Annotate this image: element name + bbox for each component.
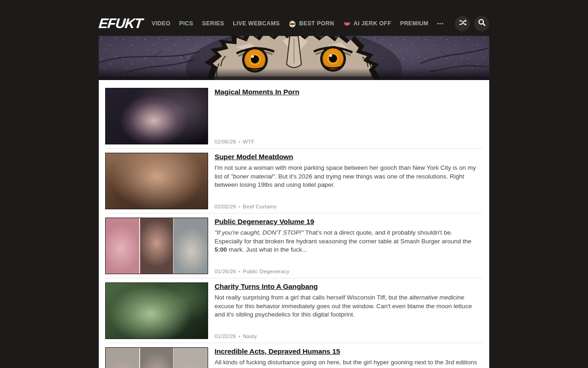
feed-item: Incredible Acts, Depraved Humans 15 All … [105, 347, 483, 368]
video-title-link[interactable]: Public Degeneracy Volume 19 [215, 218, 314, 226]
video-thumbnail[interactable] [105, 153, 208, 209]
page-shell: EFUKT VIDEO PICS SERIES LIVE WEBCAMS BES… [99, 0, 489, 368]
video-title-link[interactable]: Magical Moments In Porn [215, 88, 300, 96]
video-category[interactable]: Beef Curtains [243, 204, 277, 209]
video-title-link[interactable]: Super Model Meatdown [215, 153, 293, 161]
meta-separator: • [238, 204, 240, 209]
video-description: "If you're caught, DON'T STOP!" That's n… [215, 229, 479, 254]
nav-item-best-porn[interactable]: BEST PORN [288, 20, 334, 28]
site-logo[interactable]: EFUKT [98, 17, 143, 30]
video-thumbnail[interactable] [105, 218, 208, 274]
video-meta: 02/02/26•Beef Curtains [215, 204, 277, 209]
feed-item: Super Model Meatdown I'm not sure a woma… [105, 153, 483, 213]
video-date: 02/02/26 [215, 204, 236, 209]
feed-item: Public Degeneracy Volume 19 "If you're c… [105, 218, 483, 278]
feed-item: Magical Moments In Porn 02/06/26•WTF [105, 88, 483, 149]
video-feed: Magical Moments In Porn 02/06/26•WTF Sup… [99, 80, 489, 368]
nav-item-live-webcams[interactable]: LIVE WEBCAMS [233, 20, 280, 27]
video-description: All kinds of fucking disturbance going o… [215, 358, 479, 368]
search-button[interactable] [474, 16, 489, 31]
top-navigation-bar: EFUKT VIDEO PICS SERIES LIVE WEBCAMS BES… [99, 0, 489, 35]
promo-banner[interactable] [99, 36, 489, 80]
search-icon [478, 18, 486, 29]
owl-illustration [99, 36, 489, 80]
nav-item-video[interactable]: VIDEO [152, 20, 170, 27]
meta-separator: • [238, 334, 240, 339]
video-date: 01/22/26 [215, 334, 236, 339]
main-nav: VIDEO PICS SERIES LIVE WEBCAMS BEST PORN [152, 20, 444, 28]
video-title-link[interactable]: Incredible Acts, Depraved Humans 15 [215, 347, 340, 356]
video-thumbnail[interactable] [105, 282, 208, 339]
shuffle-button[interactable] [455, 16, 470, 31]
video-meta: 01/26/26•Public Degeneracy [215, 269, 289, 274]
video-title-link[interactable]: Charity Turns Into A Gangbang [215, 282, 318, 291]
video-category[interactable]: WTF [243, 139, 255, 144]
nav-item-more[interactable]: ••• [437, 21, 444, 26]
video-meta: 02/06/26•WTF [215, 139, 254, 144]
nav-item-premium[interactable]: PREMIUM [400, 20, 429, 27]
video-meta: 01/22/26•Nasty [215, 334, 257, 339]
header-actions [455, 16, 489, 31]
video-description: I'm not sure a woman with more parking s… [215, 164, 479, 190]
nav-item-ai-jerk-off[interactable]: AI JERK OFF [343, 20, 391, 28]
video-date: 01/26/26 [215, 269, 236, 274]
shuffle-icon [458, 18, 467, 29]
meta-separator: • [238, 269, 240, 274]
nav-item-series[interactable]: SERIES [202, 20, 224, 27]
video-thumbnail[interactable] [105, 88, 208, 144]
nav-item-pics[interactable]: PICS [179, 20, 193, 27]
mascot-face-icon [288, 20, 296, 28]
video-category[interactable]: Public Degeneracy [243, 269, 290, 274]
meta-separator: • [238, 139, 240, 144]
video-date: 02/06/26 [215, 139, 236, 144]
video-thumbnail[interactable] [105, 347, 208, 368]
lips-icon [343, 20, 351, 28]
video-category[interactable]: Nasty [243, 334, 257, 339]
video-description: Not really surprising from a girl that c… [215, 293, 479, 319]
feed-item: Charity Turns Into A Gangbang Not really… [105, 282, 483, 343]
